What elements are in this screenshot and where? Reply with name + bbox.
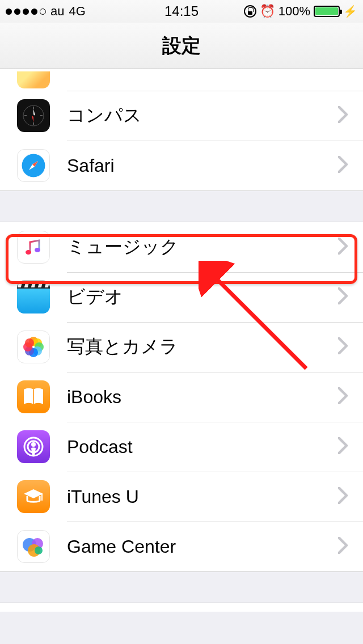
status-left: au 4G: [6, 4, 86, 19]
nav-bar: 設定: [0, 23, 363, 69]
settings-row-compass[interactable]: コンパス: [0, 91, 363, 141]
battery-percent: 100%: [278, 4, 310, 19]
svg-point-12: [35, 248, 40, 252]
network-label: 4G: [69, 4, 85, 19]
settings-row-safari[interactable]: Safari: [0, 141, 363, 190]
settings-row-label: Game Center: [67, 536, 338, 557]
clock: 14:15: [164, 3, 199, 19]
settings-row-label: ビデオ: [67, 285, 338, 310]
chevron-right-icon: [338, 387, 348, 406]
chevron-right-icon: [338, 537, 348, 556]
settings-row-ibooks[interactable]: iBooks: [0, 372, 363, 422]
itunesu-icon: [17, 480, 50, 513]
svg-point-11: [26, 250, 31, 255]
settings-group-2: ミュージック ビデオ 写真とカメラ: [0, 222, 363, 572]
settings-row-label: ミュージック: [67, 235, 338, 260]
chevron-right-icon: [338, 337, 348, 357]
settings-row-label: iTunes U: [67, 486, 338, 507]
status-right: ⏰ 100% ⚡: [244, 4, 357, 19]
chevron-right-icon: [338, 238, 348, 257]
settings-group-1: マップ コンパス Safari: [0, 69, 363, 191]
settings-row-photos[interactable]: 写真とカメラ: [0, 322, 363, 372]
compass-icon: [17, 99, 50, 132]
chevron-right-icon: [338, 437, 348, 456]
chevron-right-icon: [338, 106, 348, 125]
settings-row-label: Safari: [67, 155, 338, 176]
photos-icon: [17, 331, 50, 363]
svg-point-31: [31, 442, 36, 447]
settings-row-itunesu[interactable]: iTunes U: [0, 472, 363, 522]
chevron-right-icon: [338, 287, 348, 307]
charging-icon: ⚡: [343, 5, 357, 18]
signal-strength-icon: [6, 9, 46, 15]
videos-icon: [17, 281, 50, 313]
music-icon: [17, 231, 50, 264]
alarm-icon: ⏰: [260, 4, 275, 19]
status-bar: au 4G 14:15 ⏰ 100% ⚡: [0, 0, 363, 23]
chevron-right-icon: [338, 156, 348, 175]
svg-point-27: [25, 338, 34, 348]
carrier-label: au: [50, 4, 64, 19]
settings-row-label: Podcast: [67, 437, 338, 457]
podcast-icon: [17, 430, 50, 463]
rotation-lock-icon: [244, 5, 256, 18]
settings-row-music[interactable]: ミュージック: [0, 222, 363, 272]
page-title: 設定: [162, 33, 201, 59]
gamecenter-icon: [17, 530, 50, 563]
settings-row-gamecenter[interactable]: Game Center: [0, 522, 363, 571]
group-spacer: [0, 572, 363, 603]
settings-row-label: 写真とカメラ: [67, 334, 338, 359]
svg-point-36: [35, 546, 43, 554]
safari-icon: [17, 149, 50, 182]
settings-row-videos[interactable]: ビデオ: [0, 272, 363, 322]
group-spacer: [0, 191, 363, 222]
battery-icon: [314, 6, 340, 17]
maps-icon: [17, 71, 50, 88]
settings-row-label: iBooks: [67, 387, 338, 408]
settings-row-podcast[interactable]: Podcast: [0, 422, 363, 472]
settings-row-label: コンパス: [67, 103, 338, 128]
ibooks-icon: [17, 380, 50, 413]
settings-row-maps[interactable]: マップ: [0, 69, 363, 91]
next-group-peek: [0, 603, 363, 612]
chevron-right-icon: [338, 487, 348, 506]
